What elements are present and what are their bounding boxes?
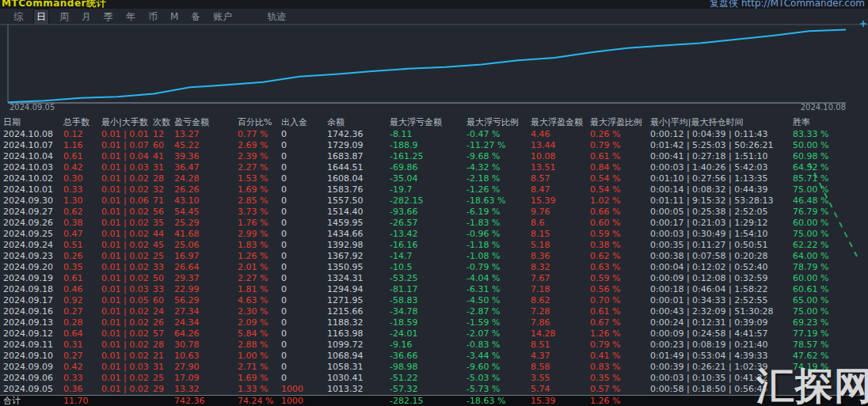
cell-pl-amount: 26.26 xyxy=(174,184,238,195)
cell-min-max-lots: 0.01 | 0.06 xyxy=(101,195,153,207)
cell-pl-amount: 13.32 xyxy=(174,384,238,395)
cell-min-max-lots: 0.01 | 0.02 xyxy=(101,240,153,251)
cell-pl-amount: 22.99 xyxy=(174,284,238,295)
cell-hold-time: 0:00:12 | 0:04:39 | 0:11:43 xyxy=(650,129,793,140)
cell-pl-percent: 1.76 % xyxy=(238,218,281,229)
cell-max-float-loss: -16.16 xyxy=(390,240,466,251)
table-row: 2024.10.030.420.01 | 0.033136.472.27 %01… xyxy=(0,162,868,173)
col-header-max-float-profit: 最大浮盈金额 xyxy=(531,116,590,129)
cell-balance: 1367.92 xyxy=(327,251,390,262)
cell-max-float-profit-pct: 0.79 % xyxy=(590,340,650,351)
cell-total-lots: 1.16 xyxy=(63,140,101,151)
cell-pl-amount: 45.22 xyxy=(174,140,238,151)
cell-deposit: 0 xyxy=(281,173,327,184)
daily-stats-table: 日期总手数最小|大手数次数盈亏金额百分比%出入金余额最大浮亏金额最大浮亏比例最大… xyxy=(0,116,868,406)
cell-pl-amount: 26.64 xyxy=(174,262,238,273)
cell-total-lots: 0.33 xyxy=(63,373,101,384)
cell-win-rate: 75.00 % xyxy=(793,229,868,240)
cell-date: 2024.09.09 xyxy=(3,362,63,373)
cell-pl-percent: 1.69 % xyxy=(238,184,281,195)
cell-pl-percent: 1.69 % xyxy=(238,373,281,384)
cell-date: 2024.09.16 xyxy=(3,306,63,317)
cell-deposit: 0 xyxy=(281,162,327,173)
cell-pl-amount: 54.45 xyxy=(174,207,238,218)
cell-count: 32 xyxy=(153,184,174,195)
cell-max-float-profit: 3.55 xyxy=(531,373,590,384)
cell-count: 35 xyxy=(153,218,174,229)
cell-min-max-lots: 0.01 | 0.02 xyxy=(101,273,153,284)
cell-balance: 1459.95 xyxy=(327,218,390,229)
cell-deposit: 1000 xyxy=(281,396,327,406)
cell-pl-amount: 13.27 xyxy=(174,129,238,140)
cell-max-float-profit-pct: 1.26 % xyxy=(590,328,650,340)
cell-balance: 1742.36 xyxy=(327,129,390,140)
cell-hold-time: 0:01:42 | 5:25:03 | 50:26:21 xyxy=(650,140,793,151)
cell-total-lots: 1.30 xyxy=(63,195,101,207)
cell-max-float-loss: -10.5 xyxy=(390,262,466,273)
cell-total-lots: 0.42 xyxy=(63,162,101,173)
cell-count: 56 xyxy=(153,207,174,218)
table-row: 2024.09.301.300.01 | 0.067143.102.85 %01… xyxy=(0,195,868,207)
cell-win-rate: 50.00 % xyxy=(793,140,868,151)
cell-total-lots: 0.12 xyxy=(63,129,101,140)
cell-total-lots: 0.61 xyxy=(63,151,101,162)
cell-max-float-profit-pct: 0.59 % xyxy=(590,273,650,284)
cell-count: 44 xyxy=(153,229,174,240)
cell-total-lots: 11.70 xyxy=(63,396,101,406)
cell-pl-percent: 5.84 % xyxy=(238,328,281,340)
table-row: 2024.09.270.620.01 | 0.025654.453.73 %01… xyxy=(0,207,868,218)
cell-deposit: 0 xyxy=(281,284,327,295)
cell-max-float-profit-pct: 0.57 % xyxy=(590,384,650,395)
cell-max-float-profit-pct: 0.61 % xyxy=(590,306,650,317)
cell-max-float-profit-pct: 0.41 % xyxy=(590,351,650,362)
table-row: 2024.09.240.510.01 | 0.024525.061.83 %01… xyxy=(0,240,868,251)
col-header-count: 次数 xyxy=(153,116,174,129)
cell-max-float-profit: 8.6 xyxy=(531,218,590,229)
cell-max-float-loss-pct: -1.18 % xyxy=(466,240,531,251)
cell-hold-time: 0:01:10 | 0:27:56 | 1:13:35 xyxy=(650,173,793,184)
cell-min-max-lots: 0.01 | 0.02 xyxy=(101,251,153,262)
cell-min-max-lots: 0.01 | 0.02 xyxy=(101,306,153,317)
cell-date: 2024.09.20 xyxy=(3,262,63,273)
cell-max-float-loss: -69.86 xyxy=(390,162,466,173)
cell-pl-percent: 2.71 % xyxy=(238,362,281,373)
cell-balance: 1350.95 xyxy=(327,262,390,273)
cell-min-max-lots: 0.01 | 0.02 xyxy=(101,262,153,273)
cell-total-lots: 0.36 xyxy=(63,384,101,395)
cell-pl-amount: 30.78 xyxy=(174,340,238,351)
cell-min-max-lots: 0.01 | 0.02 xyxy=(101,229,153,240)
table-row: 2024.09.100.270.01 | 0.022110.631.00 %01… xyxy=(0,351,868,362)
cell-balance: 1644.51 xyxy=(327,162,390,173)
cell-deposit: 0 xyxy=(281,251,327,262)
cell-count: 33 xyxy=(153,262,174,273)
cell-pl-percent: 1.83 % xyxy=(238,240,281,251)
cell-pl-percent: 2.27 % xyxy=(238,273,281,284)
cell-count: 33 xyxy=(153,284,174,295)
cell-pl-percent: 2.30 % xyxy=(238,306,281,317)
cell-max-float-profit: 7.18 xyxy=(531,284,590,295)
cell-pl-amount: 16.97 xyxy=(174,251,238,262)
cell-max-float-profit-pct: 0.35 % xyxy=(590,373,650,384)
cell-balance: 1324.31 xyxy=(327,273,390,284)
cell-pl-percent: 3.73 % xyxy=(238,207,281,218)
table-row: 2024.10.071.160.01 | 0.076045.222.69 %01… xyxy=(0,140,868,151)
cell-max-float-profit-pct: 0.60 % xyxy=(590,218,650,229)
col-header-max-float-profit-pct: 最大浮盈比例 xyxy=(590,116,650,129)
cell-deposit: 0 xyxy=(281,262,327,273)
brand-link[interactable]: 复盘侠 http://MTCommander.com xyxy=(710,0,865,9)
cell-pl-amount: 25.06 xyxy=(174,240,238,251)
brand-url[interactable]: http://MTCommander.com xyxy=(741,0,865,9)
cell-pl-amount: 17.09 xyxy=(174,373,238,384)
cell-pl-amount: 24.28 xyxy=(174,173,238,184)
cell-hold-time: 0:00:24 | 0:12:31 | 0:39:09 xyxy=(650,317,793,328)
col-header-pl-percent: 百分比% xyxy=(238,116,281,129)
cell-max-float-loss-pct: -1.83 % xyxy=(466,218,531,229)
col-header-date: 日期 xyxy=(3,116,63,129)
cell-balance: 1392.98 xyxy=(327,240,390,251)
cell-win-rate: 76.79 % xyxy=(793,207,868,218)
cell-total-lots: 0.35 xyxy=(63,262,101,273)
cell-pl-amount: 39.36 xyxy=(174,151,238,162)
cell-balance: 1583.76 xyxy=(327,184,390,195)
cell-max-float-profit-pct: 0.59 % xyxy=(590,229,650,240)
cell-pl-amount: 27.34 xyxy=(174,306,238,317)
